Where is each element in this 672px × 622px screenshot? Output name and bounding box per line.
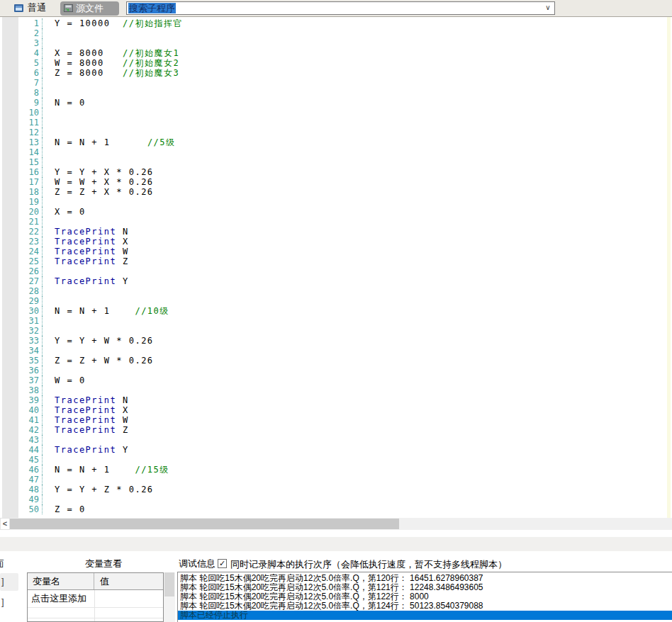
code-text bbox=[43, 296, 55, 306]
code-text: TracePrint N bbox=[43, 227, 129, 237]
code-line: 29 bbox=[0, 296, 666, 306]
splitter-band bbox=[0, 537, 672, 551]
line-number: 50 bbox=[0, 504, 43, 514]
horizontal-scrollbar[interactable]: < bbox=[0, 518, 672, 530]
line-number: 28 bbox=[0, 286, 43, 296]
code-text bbox=[43, 385, 55, 395]
code-line: 15 bbox=[0, 157, 666, 167]
code-line: 18Z = Z + X * 0.26 bbox=[0, 187, 666, 197]
scroll-left-arrow-icon[interactable]: < bbox=[0, 518, 10, 530]
code-text bbox=[43, 38, 55, 48]
code-text: TracePrint W bbox=[43, 247, 129, 256]
record-execution-order-checkbox[interactable]: ✓ bbox=[218, 559, 227, 568]
code-line: 26 bbox=[0, 266, 666, 276]
editor-right-margin bbox=[667, 17, 671, 518]
line-number: 43 bbox=[0, 435, 43, 445]
code-line: 17W = W + X * 0.26 bbox=[0, 177, 666, 187]
code-text bbox=[43, 147, 55, 157]
variable-table-scrollbar[interactable] bbox=[164, 572, 175, 622]
line-number: 15 bbox=[0, 157, 43, 167]
code-line: 39TracePrint N bbox=[0, 395, 666, 405]
line-number: 21 bbox=[0, 217, 43, 227]
code-line: 22TracePrint N bbox=[0, 227, 666, 237]
line-number: 11 bbox=[0, 118, 43, 128]
code-line: 13N = N + 1 //5级 bbox=[0, 137, 666, 147]
code-line: 23TracePrint X bbox=[0, 237, 666, 247]
horizontal-scrollbar-thumb[interactable] bbox=[10, 519, 399, 529]
code-text bbox=[43, 108, 55, 118]
line-number: 8 bbox=[0, 88, 43, 98]
code-text bbox=[43, 28, 55, 38]
chevron-down-icon[interactable]: ∨ bbox=[542, 2, 554, 14]
code-text: TracePrint W bbox=[43, 415, 129, 425]
line-number: 48 bbox=[0, 485, 43, 494]
line-number: 6 bbox=[0, 68, 43, 78]
code-editor[interactable]: 1Y = 10000 //初始指挥官234X = 8000 //初始魔女15W … bbox=[0, 17, 672, 518]
code-line: 48Y = Y + Z * 0.26 bbox=[0, 485, 666, 494]
code-text: TracePrint Z bbox=[43, 425, 129, 435]
debug-output-list: 脚本 轮回吃15木偶20吃完再启动12次5.0倍率.Q，第120行： 16451… bbox=[177, 572, 672, 622]
code-text bbox=[43, 366, 55, 375]
line-number: 7 bbox=[0, 78, 43, 88]
source-file-label: 源文件 bbox=[76, 2, 103, 15]
search-subroutine-value[interactable]: 搜索子程序 bbox=[128, 3, 176, 13]
code-text: Z = Z + W * 0.26 bbox=[43, 356, 154, 366]
code-line: 8 bbox=[0, 88, 666, 98]
line-number: 31 bbox=[0, 316, 43, 326]
code-line: 37W = 0 bbox=[0, 375, 666, 385]
search-subroutine-combobox[interactable]: 搜索子程序 ∨ bbox=[126, 1, 555, 15]
code-text: W = 8000 //初始魔女2 bbox=[43, 58, 179, 68]
code-text: Y = Y + W * 0.26 bbox=[43, 336, 154, 346]
variable-table-scrollbar-thumb[interactable] bbox=[164, 572, 174, 596]
line-number: 38 bbox=[0, 385, 43, 395]
code-line: 2 bbox=[0, 28, 666, 38]
code-text: Y = 10000 //初始指挥官 bbox=[43, 18, 183, 28]
source-file-button[interactable]: 源文件 bbox=[60, 1, 119, 16]
record-execution-order-label: 同时记录脚本的执行次序（会降低执行速度，暂不支持多线程脚本） bbox=[230, 558, 507, 571]
code-line: 19 bbox=[0, 197, 666, 207]
line-number: 26 bbox=[0, 266, 43, 276]
column-header-variable-name: 变量名 bbox=[28, 573, 94, 589]
code-text bbox=[43, 455, 55, 465]
line-number: 45 bbox=[0, 455, 43, 465]
code-text bbox=[43, 266, 55, 276]
code-text: TracePrint Z bbox=[43, 256, 129, 266]
code-text: TracePrint N bbox=[43, 395, 129, 405]
code-line: 34 bbox=[0, 346, 666, 356]
code-lines: 1Y = 10000 //初始指挥官234X = 8000 //初始魔女15W … bbox=[0, 18, 666, 514]
line-number: 2 bbox=[0, 28, 43, 38]
code-text: TracePrint X bbox=[43, 237, 129, 247]
line-number: 25 bbox=[0, 256, 43, 266]
code-line: 36 bbox=[0, 366, 666, 375]
code-text: Z = 0 bbox=[43, 504, 86, 514]
code-line: 31 bbox=[0, 316, 666, 326]
normal-mode-button[interactable]: 普通 bbox=[14, 1, 46, 15]
code-text bbox=[43, 197, 55, 207]
line-number: 16 bbox=[0, 167, 43, 177]
line-number: 32 bbox=[0, 326, 43, 336]
code-line: 27TracePrint Y bbox=[0, 276, 666, 286]
line-number: 41 bbox=[0, 415, 43, 425]
line-number: 9 bbox=[0, 98, 43, 108]
code-line: 38 bbox=[0, 385, 666, 395]
code-text bbox=[43, 118, 55, 128]
code-text: X = 0 bbox=[43, 207, 86, 217]
line-number: 23 bbox=[0, 237, 43, 247]
code-line: 9N = 0 bbox=[0, 98, 666, 108]
code-text: TracePrint Y bbox=[43, 445, 129, 455]
debug-line-selected[interactable]: 脚本已经停止执行 bbox=[178, 611, 672, 620]
table-row-divider bbox=[28, 607, 163, 608]
app-window: 普通 源文件 搜索子程序 ∨ 1Y = 10000 //初始指挥官234X = … bbox=[0, 0, 672, 622]
code-text: N = N + 1 //15级 bbox=[43, 465, 169, 475]
code-text: TracePrint X bbox=[43, 405, 129, 415]
add-variable-row[interactable]: 点击这里添加 bbox=[28, 590, 163, 607]
code-text bbox=[43, 88, 55, 98]
code-text: Y = Y + X * 0.26 bbox=[43, 167, 154, 177]
line-number: 47 bbox=[0, 475, 43, 485]
code-line: 42TracePrint Z bbox=[0, 425, 666, 435]
code-line: 7 bbox=[0, 78, 666, 88]
line-number: 12 bbox=[0, 128, 43, 137]
line-number: 4 bbox=[0, 48, 43, 58]
debug-line[interactable]: 脚本 轮回吃15木偶20吃完再启动12次5.0倍率.Q，第124行： 50123… bbox=[178, 601, 672, 611]
code-text bbox=[43, 326, 55, 336]
